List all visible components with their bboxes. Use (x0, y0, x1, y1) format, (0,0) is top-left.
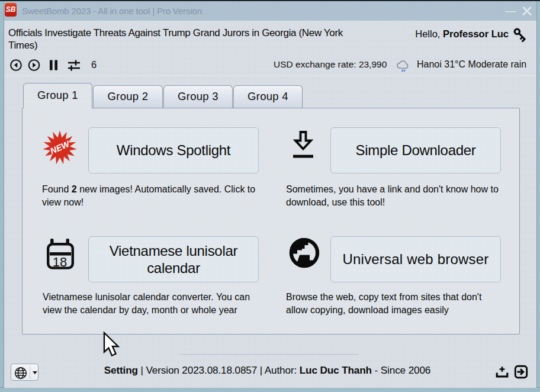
svg-text:18: 18 (53, 255, 67, 269)
